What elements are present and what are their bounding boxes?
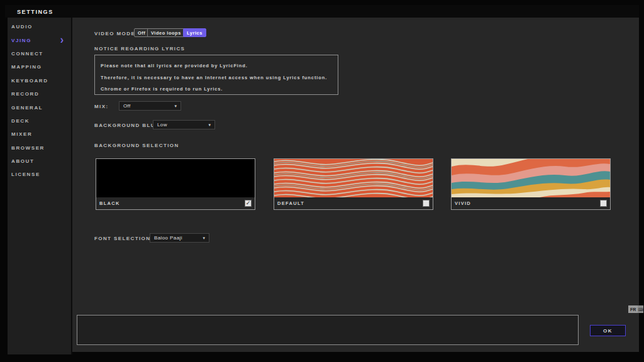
ok-button[interactable]: OK [590,325,626,336]
mix-select[interactable]: Off ▾ [119,101,181,111]
mix-label: MIX: [94,104,109,109]
font-selection-label: FONT SELECTION: [94,236,153,241]
settings-main-panel: VIDEO MODE: Off Video loops Lyrics NOTIC… [72,18,639,352]
sidebar-item-record[interactable]: RECORD [8,87,71,101]
background-selection-label: BACKGROUND SELECTION [94,143,179,148]
background-option-default[interactable]: DEFAULT [274,158,433,210]
settings-sidebar: AUDIO VJING ❯ CONNECT MAPPING KEYBOARD R… [8,18,72,354]
sidebar-item-general[interactable]: GENERAL [8,101,71,114]
sidebar-item-license[interactable]: LICENSE [8,168,71,181]
sidebar-item-keyboard[interactable]: KEYBOARD [8,74,71,87]
chevron-down-icon: ▾ [174,104,177,109]
window-title: SETTINGS [17,9,53,15]
video-mode-lyrics-button[interactable]: Lyrics [183,28,206,37]
black-thumbnail-label: BLACK [99,200,120,206]
title-bar: SETTINGS [5,5,639,18]
chevron-down-icon: ▾ [203,236,205,241]
sidebar-item-mapping[interactable]: MAPPING [8,60,71,74]
language-badge-label: FR [628,305,638,313]
font-selection-value: Baloo Paaji [154,235,182,241]
sidebar-item-connect[interactable]: CONNECT [8,47,71,60]
sidebar-item-about[interactable]: ABOUT [8,155,71,168]
vivid-thumbnail-image [452,159,610,197]
background-blur-select[interactable]: Low ▾ [153,120,215,129]
chevron-down-icon: ▾ [208,123,211,128]
notice-line-3: Chrome or Firefox is required to run Lyr… [101,84,332,96]
sidebar-item-audio[interactable]: AUDIO [8,20,71,33]
notice-line-2: Therefore, it is necessary to have an In… [101,72,332,84]
background-option-black[interactable]: BLACK ✓ [96,158,255,210]
background-blur-value: Low [157,122,167,128]
video-mode-videoloops-button[interactable]: Video loops [147,28,185,37]
sidebar-item-vjing[interactable]: VJING ❯ [8,33,71,47]
info-box [77,315,579,345]
video-mode-label: VIDEO MODE: [94,31,138,36]
mix-select-value: Off [123,103,131,109]
notice-label: NOTICE REGARDING LYRICS [94,46,185,52]
default-thumbnail-label: DEFAULT [277,200,304,206]
font-selection-select[interactable]: Baloo Paaji ▾ [150,233,209,243]
vivid-checkbox[interactable] [600,200,607,207]
default-checkbox[interactable] [423,200,430,207]
background-blur-label: BACKGROUND BLUR [94,123,160,128]
sidebar-item-browser[interactable]: BROWSER [8,141,71,155]
vivid-thumbnail-label: VIVID [455,200,471,206]
chevron-right-icon: ❯ [60,38,65,43]
lyrics-notice-box: Please note that all lyrics are provided… [94,55,338,95]
background-option-vivid[interactable]: VIVID [451,158,611,210]
sidebar-item-deck[interactable]: DECK [8,114,71,128]
black-checkbox[interactable]: ✓ [245,200,252,207]
language-indicator[interactable]: FR ⌨ [628,305,643,313]
default-thumbnail-image [274,159,433,197]
keyboard-icon: ⌨ [638,305,643,313]
settings-window: SETTINGS AUDIO VJING ❯ CONNECT MAPPING K… [0,0,644,362]
notice-line-1: Please note that all lyrics are provided… [101,60,332,72]
sidebar-item-mixer[interactable]: MIXER [8,128,71,141]
black-thumbnail-image [96,159,255,197]
